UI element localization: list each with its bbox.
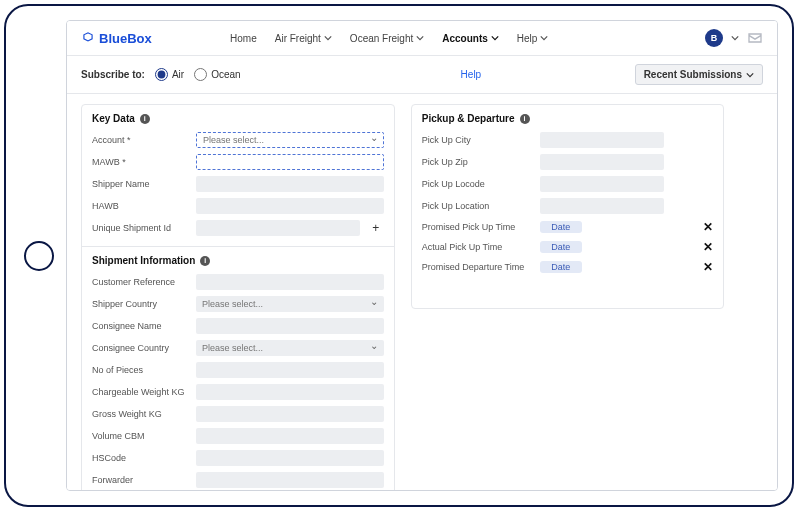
account-select[interactable]: Please select... [196, 132, 384, 148]
volume-input[interactable] [196, 428, 384, 444]
pickup-locode-input[interactable] [540, 176, 664, 192]
nav-ocean-freight[interactable]: Ocean Freight [350, 33, 424, 44]
consignee-name-input[interactable] [196, 318, 384, 334]
customer-ref-input[interactable] [196, 274, 384, 290]
radio-ocean-input[interactable] [194, 68, 207, 81]
nav-help[interactable]: Help [517, 33, 549, 44]
radio-ocean[interactable]: Ocean [194, 68, 240, 81]
field-pickup-location: Pick Up Location [422, 198, 714, 214]
chargeable-weight-input[interactable] [196, 384, 384, 400]
field-shipper-name: Shipper Name [92, 176, 384, 192]
field-customer-ref: Customer Reference [92, 274, 384, 290]
field-consignee-country: Consignee Country Please select... [92, 340, 384, 356]
pickup-location-input[interactable] [540, 198, 664, 214]
logo-icon [81, 31, 95, 45]
date-button[interactable]: Date [540, 261, 582, 273]
tablet-frame: BlueBox Home Air Freight Ocean Freight A… [4, 4, 794, 507]
field-shipper-country: Shipper Country Please select... [92, 296, 384, 312]
nav-right: B [705, 29, 763, 47]
field-forwarder: Forwarder [92, 472, 384, 488]
chevron-down-icon [491, 34, 499, 42]
field-hscode: HSCode [92, 450, 384, 466]
shipper-name-input[interactable] [196, 176, 384, 192]
chevron-down-icon [324, 34, 332, 42]
mawb-input[interactable] [196, 154, 384, 170]
info-icon[interactable]: i [140, 114, 150, 124]
key-data-title: Key Data i [92, 113, 384, 124]
field-account: Account * Please select... [92, 132, 384, 148]
shipment-info-title: Shipment Information i [92, 255, 384, 266]
chevron-down-icon [540, 34, 548, 42]
pieces-input[interactable] [196, 362, 384, 378]
chevron-down-icon [416, 34, 424, 42]
radio-air-input[interactable] [155, 68, 168, 81]
device-home-button[interactable] [24, 241, 54, 271]
clear-icon[interactable]: ✕ [703, 220, 713, 234]
date-button[interactable]: Date [540, 221, 582, 233]
radio-air[interactable]: Air [155, 68, 184, 81]
top-nav: BlueBox Home Air Freight Ocean Freight A… [67, 21, 777, 56]
pickup-city-input[interactable] [540, 132, 664, 148]
pickup-zip-input[interactable] [540, 154, 664, 170]
field-pickup-city: Pick Up City [422, 132, 714, 148]
shipment-id-input[interactable] [196, 220, 360, 236]
field-pickup-locode: Pick Up Locode [422, 176, 714, 192]
field-hawb: HAWB [92, 198, 384, 214]
field-actual-pickup: Actual Pick Up Time Date ✕ [422, 240, 714, 254]
field-volume: Volume CBM [92, 428, 384, 444]
form-content: Key Data i Account * Please select... MA… [67, 94, 777, 491]
field-mawb: MAWB * [92, 154, 384, 170]
chevron-down-icon [746, 71, 754, 79]
section-divider [82, 246, 394, 247]
field-shipment-id: Unique Shipment Id + [92, 220, 384, 236]
add-shipment-id-button[interactable]: + [368, 221, 384, 235]
pickup-departure-title: Pickup & Departure i [422, 113, 714, 124]
user-avatar[interactable]: B [705, 29, 723, 47]
brand-logo[interactable]: BlueBox [81, 31, 152, 46]
brand-name: BlueBox [99, 31, 152, 46]
field-chargeable-weight: Chargeable Weight KG [92, 384, 384, 400]
subscribe-controls: Subscribe to: Air Ocean [81, 68, 241, 81]
hawb-input[interactable] [196, 198, 384, 214]
recent-submissions-button[interactable]: Recent Submissions [635, 64, 763, 85]
forwarder-input[interactable] [196, 472, 384, 488]
gross-weight-input[interactable] [196, 406, 384, 422]
field-gross-weight: Gross Weight KG [92, 406, 384, 422]
consignee-country-select[interactable]: Please select... [196, 340, 384, 356]
nav-links: Home Air Freight Ocean Freight Accounts … [230, 33, 548, 44]
field-promised-departure: Promised Departure Time Date ✕ [422, 260, 714, 274]
right-column: Pickup & Departure i Pick Up City Pick U… [411, 104, 725, 309]
subscribe-bar: Subscribe to: Air Ocean Help Recent Subm… [67, 56, 777, 94]
nav-accounts[interactable]: Accounts [442, 33, 499, 44]
shipper-country-select[interactable]: Please select... [196, 296, 384, 312]
clear-icon[interactable]: ✕ [703, 240, 713, 254]
clear-icon[interactable]: ✕ [703, 260, 713, 274]
envelope-icon[interactable] [747, 32, 763, 44]
help-link[interactable]: Help [461, 69, 482, 80]
left-column: Key Data i Account * Please select... MA… [81, 104, 395, 491]
field-pieces: No of Pieces [92, 362, 384, 378]
nav-air-freight[interactable]: Air Freight [275, 33, 332, 44]
hscode-input[interactable] [196, 450, 384, 466]
info-icon[interactable]: i [200, 256, 210, 266]
chevron-down-icon[interactable] [731, 34, 739, 42]
field-consignee-name: Consignee Name [92, 318, 384, 334]
date-button[interactable]: Date [540, 241, 582, 253]
field-pickup-zip: Pick Up Zip [422, 154, 714, 170]
nav-home[interactable]: Home [230, 33, 257, 44]
field-promised-pickup: Promised Pick Up Time Date ✕ [422, 220, 714, 234]
info-icon[interactable]: i [520, 114, 530, 124]
app-screen: BlueBox Home Air Freight Ocean Freight A… [66, 20, 778, 491]
subscribe-label: Subscribe to: [81, 69, 145, 80]
